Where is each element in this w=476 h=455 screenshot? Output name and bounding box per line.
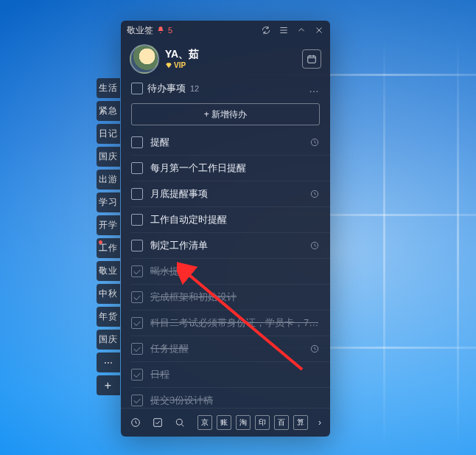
history-icon[interactable] <box>130 417 141 428</box>
todo-row[interactable]: 科目二考试必须带身份证，学员卡，7… <box>131 310 330 336</box>
todo-checkbox[interactable] <box>131 395 143 406</box>
todo-checkbox[interactable] <box>131 343 143 355</box>
todo-label: 完成框架和初始设计 <box>150 291 237 304</box>
quick-link-0[interactable]: 京 <box>197 415 212 430</box>
side-tab-8[interactable]: 敬业 <box>97 261 120 281</box>
todo-checkbox[interactable] <box>131 240 143 251</box>
todo-label: 日程 <box>150 368 169 381</box>
todo-row[interactable]: 每月第一个工作日提醒 <box>131 156 330 181</box>
side-tab-more[interactable]: ⋯ <box>97 352 120 372</box>
todo-row[interactable]: 制定工作清单 <box>131 233 330 259</box>
todo-panel: 敬业签 5 YA、茹 VIP <box>121 21 330 437</box>
section-more-button[interactable]: … <box>309 83 320 94</box>
menu-icon[interactable] <box>279 25 289 35</box>
todo-row[interactable]: 月底提醒事项 <box>131 181 330 207</box>
todo-row[interactable]: 提醒 <box>131 130 330 156</box>
bell-icon <box>156 26 165 35</box>
side-tab-7[interactable]: 工作 <box>97 238 120 258</box>
clock-icon <box>309 137 320 147</box>
todo-row[interactable]: 日程 <box>131 362 330 388</box>
avatar[interactable] <box>130 44 159 74</box>
collapse-icon[interactable] <box>296 25 307 35</box>
completed-icon[interactable] <box>152 417 164 428</box>
todo-row[interactable]: 任务提醒 <box>131 336 330 362</box>
add-todo-button[interactable]: + 新增待办 <box>131 103 320 125</box>
side-tab-11[interactable]: 国庆 <box>97 330 120 350</box>
category-side-tabs: 生活紧急日记国庆出游学习开学工作敬业中秋年货国庆⋯+ <box>97 78 120 398</box>
side-tab-3[interactable]: 国庆 <box>97 147 120 167</box>
todo-row[interactable]: 提交3份设计稿 <box>131 388 330 408</box>
todo-checkbox[interactable] <box>131 265 143 277</box>
calendar-button[interactable] <box>302 49 321 69</box>
section-count: 12 <box>190 84 199 93</box>
todo-label: 任务提醒 <box>150 342 189 355</box>
quick-link-1[interactable]: 账 <box>217 415 231 430</box>
app-name: 敬业签 <box>127 24 153 37</box>
todo-label: 科目二考试必须带身份证，学员卡，7… <box>150 316 318 330</box>
side-tab-10[interactable]: 年货 <box>97 307 120 327</box>
svg-point-7 <box>176 419 182 425</box>
bottom-bar: 京账淘印百算 › <box>121 408 330 437</box>
quick-link-5[interactable]: 算 <box>293 415 308 430</box>
side-tab-1[interactable]: 紧急 <box>97 101 120 121</box>
sync-icon[interactable] <box>261 25 271 35</box>
todo-row[interactable]: 完成框架和初始设计 <box>131 285 330 310</box>
todo-list: 提醒每月第一个工作日提醒月底提醒事项工作自动定时提醒制定工作清单喝水提醒完成框架… <box>121 130 330 408</box>
todo-label: 制定工作清单 <box>150 239 208 252</box>
user-row: YA、茹 VIP <box>121 40 330 80</box>
side-tab-6[interactable]: 开学 <box>97 215 120 235</box>
notification-count: 5 <box>168 26 172 35</box>
todo-row[interactable]: 喝水提醒 <box>131 259 330 285</box>
quick-link-4[interactable]: 百 <box>274 415 289 430</box>
todo-label: 工作自动定时提醒 <box>150 213 227 226</box>
todo-label: 每月第一个工作日提醒 <box>150 161 246 175</box>
quick-link-group: 京账淘印百算 <box>197 415 308 430</box>
clock-icon <box>309 344 320 354</box>
todo-checkbox[interactable] <box>131 369 143 381</box>
todo-checkbox[interactable] <box>131 136 143 148</box>
quick-link-2[interactable]: 淘 <box>236 415 251 430</box>
side-tab-2[interactable]: 日记 <box>97 124 120 144</box>
section-title: 待办事项 <box>147 82 186 95</box>
search-icon[interactable] <box>174 417 186 428</box>
user-name: YA、茹 <box>165 48 199 60</box>
side-tab-4[interactable]: 出游 <box>97 170 120 190</box>
svg-rect-6 <box>154 419 162 427</box>
chevron-right-icon[interactable]: › <box>318 417 321 428</box>
todo-label: 提交3份设计稿 <box>150 394 213 407</box>
clock-icon <box>309 240 320 251</box>
close-icon[interactable] <box>314 25 324 35</box>
todo-checkbox[interactable] <box>131 291 143 303</box>
side-tab-0[interactable]: 生活 <box>97 78 120 98</box>
todo-label: 喝水提醒 <box>150 265 189 278</box>
todo-checkbox[interactable] <box>131 214 143 226</box>
todo-checkbox[interactable] <box>131 317 143 329</box>
svg-rect-0 <box>308 56 316 63</box>
side-tab-9[interactable]: 中秋 <box>97 284 120 304</box>
section-header: 待办事项 12 … <box>121 80 330 97</box>
todo-label: 月底提醒事项 <box>150 187 208 201</box>
section-checkbox-icon <box>131 83 143 94</box>
todo-row[interactable]: 工作自动定时提醒 <box>131 207 330 233</box>
title-bar: 敬业签 5 <box>121 21 330 40</box>
todo-checkbox[interactable] <box>131 188 143 200</box>
todo-checkbox[interactable] <box>131 162 143 174</box>
vip-badge: VIP <box>165 61 199 70</box>
todo-label: 提醒 <box>150 136 169 149</box>
side-tab-add[interactable]: + <box>97 375 120 395</box>
side-tab-5[interactable]: 学习 <box>97 192 120 212</box>
quick-link-3[interactable]: 印 <box>255 415 270 430</box>
clock-icon <box>309 189 320 199</box>
